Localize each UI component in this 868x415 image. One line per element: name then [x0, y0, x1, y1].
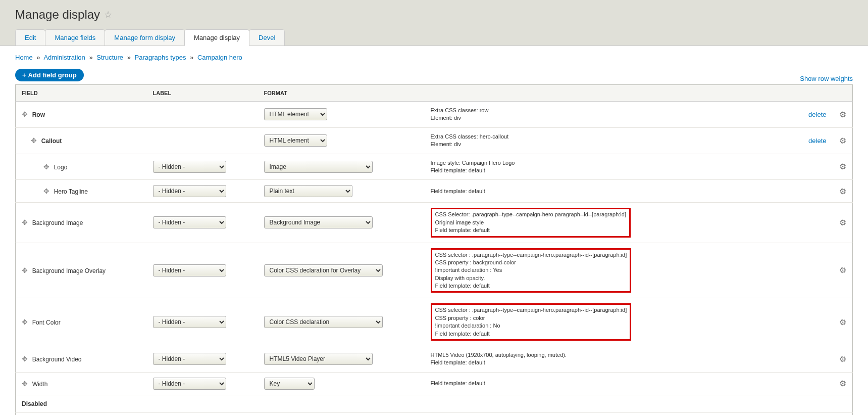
breadcrumb-paragraphs[interactable]: Paragraphs types: [135, 54, 186, 61]
field-name: Width: [32, 381, 48, 388]
format-select[interactable]: HTML5 Video Player: [264, 353, 373, 365]
gear-icon[interactable]: ⚙: [839, 162, 846, 171]
label-select[interactable]: - Hidden -: [153, 216, 226, 228]
col-operations: [792, 85, 833, 102]
field-name: Background Image: [32, 219, 83, 226]
drag-handle-icon[interactable]: ✥: [31, 136, 38, 145]
format-summary: CSS selector : .paragraph--type--campaig…: [431, 248, 632, 293]
favorite-star-icon[interactable]: ☆: [104, 9, 112, 20]
label-select[interactable]: - Hidden -: [153, 185, 226, 197]
table-row: ✥ Row HTML element Extra CSS classes: ro…: [16, 102, 853, 128]
format-summary: Image style: Campaign Hero Logo Field te…: [431, 159, 786, 175]
field-name: Row: [32, 111, 45, 118]
format-summary: Field template: default: [431, 380, 786, 387]
gear-icon[interactable]: ⚙: [839, 187, 846, 196]
add-field-group-label: Add field group: [28, 71, 77, 79]
drag-handle-icon[interactable]: ✥: [22, 380, 29, 388]
format-summary: HTML5 Video (1920x700, autoplaying, loop…: [431, 351, 786, 367]
tab-devel[interactable]: Devel: [249, 29, 285, 45]
table-row: ✥ Logo - Hidden - Image Image style: Cam…: [16, 154, 853, 180]
breadcrumb-home[interactable]: Home: [15, 54, 33, 61]
gear-icon[interactable]: ⚙: [839, 110, 846, 119]
format-summary: Extra CSS classes: row Element: div: [431, 107, 786, 122]
drag-handle-icon[interactable]: ✥: [43, 163, 50, 171]
gear-icon[interactable]: ⚙: [839, 218, 846, 227]
table-row: ✥ Width - Hidden - Key Field template: d…: [16, 372, 853, 395]
label-select[interactable]: - Hidden -: [153, 264, 226, 276]
col-settings: [833, 85, 853, 102]
table-row: ✥ Hero Tagline - Hidden - Plain text Fie…: [16, 180, 853, 203]
field-name: Hero Tagline: [54, 188, 88, 195]
drag-handle-icon[interactable]: ✥: [22, 110, 29, 118]
content-region: Home » Administration » Structure » Para…: [0, 46, 868, 415]
disabled-empty-row: No field is hidden.: [16, 412, 853, 415]
drag-handle-icon[interactable]: ✥: [22, 218, 29, 226]
gear-icon[interactable]: ⚙: [839, 318, 846, 327]
tab-manage-form-display[interactable]: Manage form display: [105, 29, 185, 45]
gear-icon[interactable]: ⚙: [839, 136, 846, 145]
table-row: ✥ Background Image - Hidden - Background…: [16, 203, 853, 243]
gear-icon[interactable]: ⚙: [839, 266, 846, 274]
format-select[interactable]: Plain text: [264, 185, 352, 197]
label-select[interactable]: - Hidden -: [153, 378, 226, 390]
label-select[interactable]: - Hidden -: [153, 353, 226, 365]
disabled-label: Disabled: [16, 395, 853, 412]
format-select[interactable]: HTML element: [264, 108, 327, 120]
delete-link[interactable]: delete: [808, 137, 826, 145]
gear-icon[interactable]: ⚙: [839, 355, 846, 363]
drag-handle-icon[interactable]: ✥: [22, 318, 29, 326]
breadcrumb-structure[interactable]: Structure: [96, 54, 123, 61]
format-summary: CSS Selector: .paragraph--type--campaign…: [431, 208, 631, 237]
table-row: ✥ Callout HTML element Extra CSS classes…: [16, 127, 853, 154]
add-field-group-button[interactable]: + Add field group: [15, 69, 84, 81]
table-row: ✥ Background Image Overlay - Hidden - Co…: [16, 243, 853, 298]
label-select[interactable]: - Hidden -: [153, 161, 226, 173]
disabled-section-header: Disabled: [16, 395, 853, 412]
plus-icon: +: [22, 71, 26, 79]
format-select[interactable]: Color CSS declaration: [264, 316, 383, 328]
field-name: Background Image Overlay: [32, 267, 106, 274]
primary-tabs: Edit Manage fields Manage form display M…: [15, 29, 853, 45]
tab-manage-fields[interactable]: Manage fields: [45, 29, 105, 45]
format-summary: CSS selector : .paragraph--type--campaig…: [431, 303, 632, 341]
col-summary: [425, 85, 792, 102]
field-name: Logo: [54, 164, 68, 171]
format-select[interactable]: Background Image: [264, 216, 373, 228]
breadcrumb: Home » Administration » Structure » Para…: [15, 54, 853, 61]
col-field: Field: [16, 85, 147, 102]
format-select[interactable]: Key: [264, 378, 315, 390]
label-select[interactable]: - Hidden -: [153, 316, 226, 328]
display-table: Field Label Format ✥ Row HTML element: [15, 84, 853, 415]
drag-handle-icon[interactable]: ✥: [22, 266, 29, 274]
show-row-weights-link[interactable]: Show row weights: [800, 75, 853, 82]
col-format: Format: [258, 85, 425, 102]
page-title: Manage display ☆: [15, 8, 853, 22]
breadcrumb-current[interactable]: Campaign hero: [197, 54, 242, 61]
table-row: ✥ Font Color - Hidden - Color CSS declar…: [16, 298, 853, 346]
delete-link[interactable]: delete: [808, 111, 826, 118]
breadcrumb-admin[interactable]: Administration: [43, 54, 85, 61]
format-select[interactable]: Image: [264, 161, 373, 173]
tab-edit[interactable]: Edit: [15, 29, 45, 45]
format-select[interactable]: Color CSS declaration for Overlay: [264, 264, 383, 276]
field-name: Background Video: [32, 356, 82, 363]
page-title-text: Manage display: [15, 8, 100, 22]
header-region: Manage display ☆ Edit Manage fields Mana…: [0, 0, 868, 46]
gear-icon[interactable]: ⚙: [839, 379, 846, 388]
col-label: Label: [147, 85, 258, 102]
format-summary: Extra CSS classes: hero-callout Element:…: [431, 133, 786, 149]
field-name: Font Color: [32, 319, 61, 326]
drag-handle-icon[interactable]: ✥: [43, 187, 50, 195]
format-select[interactable]: HTML element: [264, 134, 327, 147]
drag-handle-icon[interactable]: ✥: [22, 355, 29, 363]
tab-manage-display[interactable]: Manage display: [184, 29, 249, 46]
disabled-empty-text: No field is hidden.: [16, 412, 853, 415]
field-name: Callout: [41, 137, 62, 145]
format-summary: Field template: default: [431, 188, 786, 195]
table-row: ✥ Background Video - Hidden - HTML5 Vide…: [16, 346, 853, 373]
